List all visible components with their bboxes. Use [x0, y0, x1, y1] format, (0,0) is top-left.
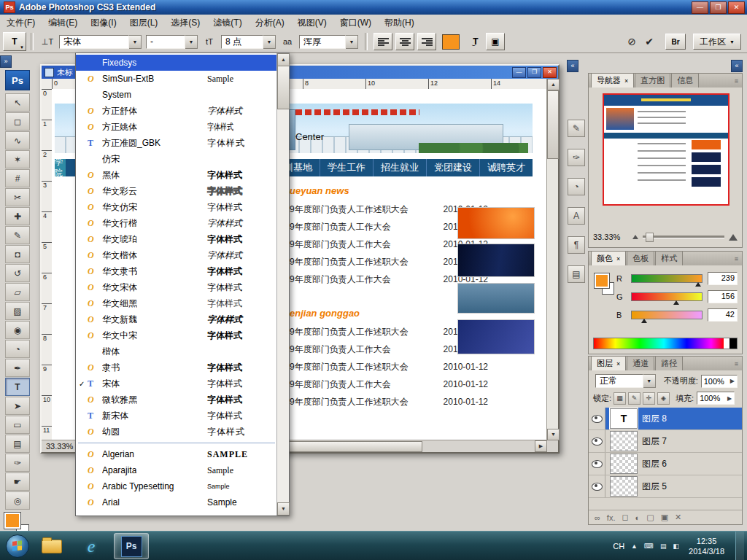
eyedropper-tool[interactable]: ✑ — [5, 454, 30, 472]
font-menu-item[interactable]: System — [76, 87, 277, 103]
shape-tool[interactable]: ▭ — [5, 416, 30, 434]
font-menu-item[interactable]: O Aparajita Sample — [76, 462, 277, 478]
icon-dock-collapse-tab[interactable]: « — [567, 60, 578, 72]
zoom-slider-thumb[interactable] — [646, 233, 654, 242]
font-menu-item[interactable]: T 新宋体 字体样式 — [76, 408, 277, 424]
minimize-button[interactable]: — — [692, 1, 708, 14]
layer-name[interactable]: 图层 7 — [642, 435, 667, 448]
font-style-value[interactable]: - — [146, 35, 185, 49]
font-menu-item[interactable]: O 华文琥珀 字体样式 — [76, 231, 277, 247]
font-menu-item[interactable] — [76, 440, 277, 446]
font-menu-item[interactable]: O 华文彩云 字体样式 — [76, 183, 277, 199]
adjustment-layer-icon[interactable]: ◐ — [635, 513, 640, 522]
commit-edits-button[interactable]: ✔ — [640, 34, 658, 50]
zoom-tool[interactable]: ◎ — [5, 491, 30, 510]
workspace-button[interactable]: 工作区▼ — [693, 34, 741, 50]
layer-group-icon[interactable]: ▢ — [646, 513, 654, 522]
scroll-down-button[interactable]: ▼ — [547, 429, 560, 440]
layer-thumbnail[interactable] — [610, 454, 638, 474]
visibility-toggle[interactable] — [589, 430, 605, 452]
layer-row[interactable]: 图层 5 — [589, 475, 742, 498]
tray-network-icon[interactable]: ▤ — [660, 542, 667, 550]
font-menu-item[interactable]: O 隶书 字体样式 — [76, 359, 277, 376]
color-spectrum-bar[interactable] — [593, 338, 738, 349]
foreground-color-swatch[interactable] — [4, 513, 20, 529]
menu-item[interactable]: 帮助(H) — [378, 15, 421, 31]
panel-dock-collapse-tab[interactable]: « — [731, 60, 743, 72]
scroll-down-button[interactable]: ▼ — [277, 502, 290, 516]
close-button[interactable]: ✕ — [728, 1, 745, 14]
panel-tab[interactable]: 导航器 — [591, 73, 634, 88]
layer-row[interactable]: 图层 7 — [589, 430, 742, 453]
scroll-up-button[interactable]: ▲ — [277, 53, 290, 66]
clone-stamp-tool[interactable]: ◘ — [5, 245, 30, 263]
font-menu-item[interactable]: O Algerian SAMPLE — [76, 446, 277, 462]
slider-marker[interactable] — [695, 282, 701, 287]
brushes-panel-icon[interactable]: ✎ — [568, 120, 585, 137]
anti-alias-dropdown-icon[interactable]: ▼ — [346, 35, 358, 49]
font-size-combo[interactable]: 8 点 ▼ — [221, 35, 276, 49]
align-left-button[interactable] — [374, 33, 392, 50]
anti-alias-value[interactable]: 浑厚 — [299, 35, 346, 49]
font-menu-item[interactable]: O Arabic Typesetting Sample — [76, 478, 277, 494]
font-list-scrollbar[interactable]: ▲ ▼ — [276, 53, 289, 516]
panel-tab[interactable]: 信息 — [671, 73, 699, 88]
opacity-value[interactable]: 100% — [704, 377, 724, 386]
font-size-dropdown-icon[interactable]: ▼ — [263, 35, 276, 49]
maximize-button[interactable]: ❐ — [710, 1, 727, 14]
panel-menu-icon[interactable]: ≡ — [735, 360, 738, 368]
font-menu-item[interactable]: O 华文中宋 字体样式 — [76, 327, 277, 343]
character-panel-icon[interactable]: A — [568, 207, 585, 225]
photoshop-taskbar-button[interactable]: Ps — [114, 533, 149, 559]
font-menu-item[interactable]: O 华文细黑 字体样式 — [76, 295, 277, 311]
language-indicator[interactable]: CH — [613, 542, 624, 551]
panel-tab[interactable]: 颜色 — [591, 251, 626, 265]
channel-slider[interactable] — [631, 292, 703, 301]
panel-tab[interactable]: 路径 — [655, 356, 683, 370]
menu-item[interactable]: 滤镜(T) — [206, 15, 248, 31]
start-button[interactable] — [6, 534, 29, 558]
doc-restore-button[interactable]: ❐ — [527, 67, 541, 78]
font-menu-item[interactable]: O 黑体 字体样式 — [76, 167, 277, 183]
font-menu-item[interactable]: O 幼圆 字体样式 — [76, 424, 277, 440]
font-family-combo[interactable]: 宋体 ▼ — [59, 35, 142, 49]
channel-value[interactable]: 42 — [708, 308, 738, 322]
healing-brush-tool[interactable]: ✚ — [5, 207, 30, 225]
align-right-button[interactable] — [417, 33, 436, 50]
navigator-zoom-slider[interactable] — [643, 236, 724, 238]
text-color-swatch[interactable] — [442, 34, 460, 50]
font-menu-item[interactable]: 仿宋 — [76, 151, 277, 167]
tray-volume-icon[interactable]: ◧ — [673, 542, 680, 550]
visibility-toggle[interactable] — [589, 475, 605, 497]
tool-preset-picker[interactable]: T▼ — [3, 32, 26, 51]
channel-value[interactable]: 239 — [708, 272, 738, 285]
zoom-out-icon[interactable] — [632, 235, 638, 239]
crop-tool[interactable]: # — [5, 169, 30, 187]
doc-close-button[interactable]: ✕ — [543, 67, 557, 78]
visibility-toggle[interactable] — [589, 453, 605, 475]
font-menu-item[interactable]: 楷体 — [76, 343, 277, 359]
slider-marker[interactable] — [673, 300, 679, 305]
visibility-toggle[interactable] — [589, 408, 605, 429]
panel-menu-icon[interactable]: ≡ — [735, 77, 738, 85]
explorer-taskbar-button[interactable] — [35, 534, 69, 559]
zoom-in-icon[interactable] — [729, 234, 738, 241]
vertical-scroll-thumb[interactable] — [547, 90, 559, 159]
scroll-thumb[interactable] — [277, 66, 290, 109]
font-style-dropdown-icon[interactable]: ▼ — [185, 35, 198, 49]
channel-slider[interactable] — [631, 274, 703, 283]
font-style-combo[interactable]: - ▼ — [146, 35, 198, 49]
channel-slider[interactable] — [631, 311, 703, 319]
history-brush-tool[interactable]: ↺ — [5, 264, 30, 282]
font-menu-item[interactable]: O 方正舒体 字体样式 — [76, 103, 277, 119]
gradient-tool[interactable]: ▨ — [5, 302, 30, 320]
menu-item[interactable]: 窗口(W) — [333, 15, 378, 31]
layer-row[interactable]: T 图层 8 — [589, 408, 742, 430]
brush-tool[interactable]: ✎ — [5, 226, 30, 244]
notes-tool[interactable]: ▤ — [5, 435, 30, 453]
path-selection-tool[interactable]: ➤ — [5, 397, 30, 415]
panel-tab[interactable]: 色板 — [627, 251, 654, 265]
layer-mask-icon[interactable]: ◻ — [622, 513, 628, 522]
menu-item[interactable]: 编辑(E) — [42, 15, 84, 31]
quick-selection-tool[interactable]: ✶ — [5, 150, 30, 168]
